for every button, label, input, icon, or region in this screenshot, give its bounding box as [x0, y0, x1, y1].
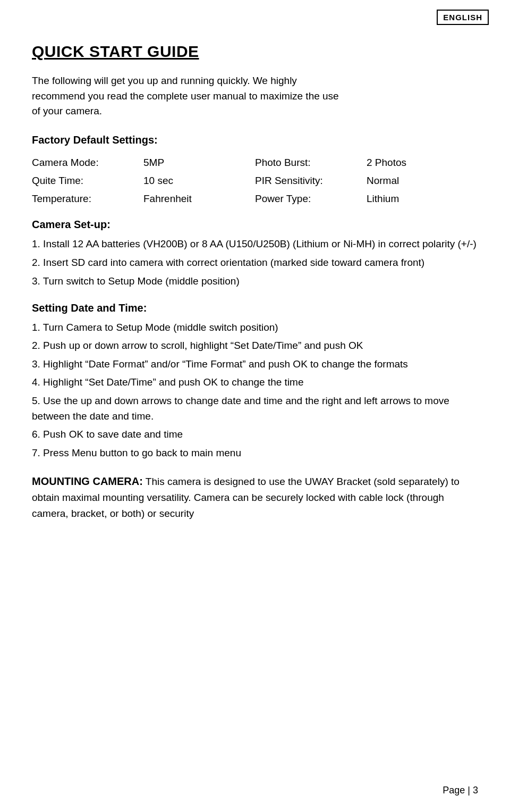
- setting-date-section: Setting Date and Time: 1. Turn Camera to…: [32, 302, 478, 461]
- col2-label-2: PIR Sensitivity:: [255, 172, 367, 190]
- mounting-section: MOUNTING CAMERA: This camera is designed…: [32, 473, 478, 521]
- language-badge: ENGLISH: [437, 10, 489, 25]
- camera-setup-step-2: 2. Insert SD card into camera with corre…: [32, 255, 478, 270]
- col1-value-2: 10 sec: [143, 172, 255, 190]
- factory-defaults-heading: Factory Default Settings:: [32, 134, 478, 146]
- mounting-body: MOUNTING CAMERA: This camera is designed…: [32, 473, 478, 521]
- col1-value-1: 5MP: [143, 154, 255, 172]
- camera-setup-step-1: 1. Install 12 AA batteries (VH200B) or 8…: [32, 236, 478, 252]
- settings-row-3: Temperature: Fahrenheit Power Type: Lith…: [32, 190, 478, 208]
- date-step-1: 1. Turn Camera to Setup Mode (middle swi…: [32, 320, 478, 335]
- col1-value-3: Fahrenheit: [143, 190, 255, 208]
- page-container: ENGLISH QUICK START GUIDE The following …: [0, 0, 510, 812]
- camera-setup-heading: Camera Set-up:: [32, 219, 478, 231]
- setting-date-heading: Setting Date and Time:: [32, 302, 478, 314]
- date-step-4: 4. Highlight “Set Date/Time” and push OK…: [32, 374, 478, 390]
- settings-row-2: Quite Time: 10 sec PIR Sensitivity: Norm…: [32, 172, 478, 190]
- page-title: QUICK START GUIDE: [32, 43, 478, 61]
- col1-label-3: Temperature:: [32, 190, 143, 208]
- intro-text: The following will get you up and runnin…: [32, 73, 478, 119]
- mounting-heading: MOUNTING CAMERA:: [32, 475, 143, 487]
- date-step-6: 6. Push OK to save date and time: [32, 426, 478, 442]
- date-step-7: 7. Press Menu button to go back to main …: [32, 445, 478, 461]
- settings-row-1: Camera Mode: 5MP Photo Burst: 2 Photos: [32, 154, 478, 172]
- camera-setup-step-3: 3. Turn switch to Setup Mode (middle pos…: [32, 273, 478, 289]
- col1-label-2: Quite Time:: [32, 172, 143, 190]
- col2-label-1: Photo Burst:: [255, 154, 367, 172]
- col2-value-1: 2 Photos: [367, 154, 478, 172]
- date-step-3: 3. Highlight “Date Format” and/or “Time …: [32, 356, 478, 372]
- date-step-2: 2. Push up or down arrow to scroll, high…: [32, 338, 478, 353]
- settings-table: Camera Mode: 5MP Photo Burst: 2 Photos Q…: [32, 154, 478, 208]
- col2-value-3: Lithium: [367, 190, 478, 208]
- col2-value-2: Normal: [367, 172, 478, 190]
- setting-date-list: 1. Turn Camera to Setup Mode (middle swi…: [32, 320, 478, 461]
- camera-setup-list: 1. Install 12 AA batteries (VH200B) or 8…: [32, 236, 478, 289]
- col2-label-3: Power Type:: [255, 190, 367, 208]
- col1-label-1: Camera Mode:: [32, 154, 143, 172]
- date-step-5: 5. Use the up and down arrows to change …: [32, 393, 478, 424]
- page-number: Page | 3: [443, 785, 478, 796]
